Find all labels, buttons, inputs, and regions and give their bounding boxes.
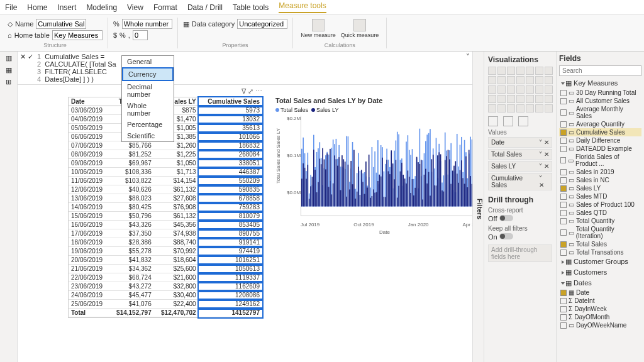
- format-option[interactable]: Decimal number: [122, 81, 174, 100]
- field-checkbox[interactable]: [560, 194, 567, 200]
- field-item[interactable]: ▭All Customer Sales: [559, 97, 641, 105]
- viz-type-icon[interactable]: [535, 67, 543, 75]
- field-checkbox[interactable]: [560, 98, 567, 104]
- name-input[interactable]: [36, 19, 86, 29]
- viz-type-icon[interactable]: [535, 76, 543, 84]
- field-table[interactable]: ▦ Customers: [559, 267, 641, 278]
- viz-type-icon[interactable]: [516, 95, 525, 103]
- viz-type-icon[interactable]: [516, 85, 525, 94]
- ribbon-tab[interactable]: Measure tools: [279, 1, 326, 13]
- field-checkbox[interactable]: [560, 157, 566, 163]
- model-view-icon[interactable]: ⊞: [0, 78, 17, 86]
- viz-type-icon[interactable]: [488, 95, 496, 103]
- field-checkbox[interactable]: [560, 177, 567, 184]
- field-item[interactable]: ▭DayOfWeekName: [559, 321, 641, 329]
- field-table[interactable]: ▦ Dates: [559, 278, 641, 288]
- viz-type-icon[interactable]: [497, 95, 506, 103]
- field-item[interactable]: ▭Average Monthly Sales: [559, 105, 641, 120]
- field-item[interactable]: ΣDateInt: [559, 297, 641, 305]
- viz-type-icon[interactable]: [545, 67, 553, 75]
- comma-icon[interactable]: ,: [128, 31, 130, 39]
- ribbon-tab[interactable]: Format: [153, 3, 177, 12]
- viz-type-icon[interactable]: [507, 95, 515, 103]
- viz-type-icon[interactable]: [526, 67, 534, 75]
- viz-gallery[interactable]: [488, 67, 552, 112]
- field-item[interactable]: ΣDayOfMonth: [559, 313, 641, 321]
- viz-type-icon[interactable]: [545, 95, 553, 103]
- field-checkbox[interactable]: [560, 169, 567, 175]
- field-checkbox[interactable]: [560, 229, 567, 236]
- field-item[interactable]: ▭Sales LY: [559, 184, 641, 192]
- field-checkbox[interactable]: [560, 129, 567, 136]
- format-option[interactable]: General: [122, 56, 174, 67]
- field-well-item[interactable]: Date˅ ✕: [488, 137, 552, 148]
- viz-type-icon[interactable]: [516, 67, 525, 75]
- ribbon-tab[interactable]: Data / Drill: [187, 3, 223, 12]
- viz-type-icon[interactable]: [497, 76, 506, 84]
- viz-type-icon[interactable]: [488, 76, 496, 84]
- decimals-input[interactable]: [133, 30, 148, 40]
- field-item[interactable]: ΣDayInWeek: [559, 305, 641, 313]
- field-checkbox[interactable]: [560, 298, 567, 304]
- viz-type-icon[interactable]: [488, 104, 496, 112]
- ribbon-tab[interactable]: Home: [27, 3, 47, 12]
- data-view-icon[interactable]: ▦: [0, 66, 17, 74]
- viz-type-icon[interactable]: [497, 67, 506, 75]
- ribbon-tab[interactable]: Modeling: [86, 3, 117, 12]
- field-item[interactable]: ▦Date: [559, 288, 641, 297]
- field-table[interactable]: ▦ Key Measures: [559, 78, 641, 89]
- field-item[interactable]: ▭Sales in 2019: [559, 168, 641, 176]
- viz-type-icon[interactable]: [535, 104, 543, 112]
- viz-type-icon[interactable]: [507, 85, 515, 94]
- formula-bar[interactable]: ✕ ✓ 1234 Cumulative Sales =CALCULATE( [T…: [18, 52, 472, 85]
- field-item[interactable]: ▭Sales of Product 100: [559, 200, 641, 209]
- ribbon-tab[interactable]: Table tools: [233, 3, 269, 12]
- viz-type-icon[interactable]: [535, 95, 543, 103]
- currency-icon[interactable]: $: [113, 31, 117, 39]
- field-checkbox[interactable]: [560, 322, 567, 329]
- viz-type-icon[interactable]: [488, 67, 496, 75]
- field-item[interactable]: ▭30 Day Running Total: [559, 89, 641, 97]
- data-category-select[interactable]: [237, 19, 287, 29]
- field-checkbox[interactable]: [560, 314, 567, 321]
- viz-type-icon[interactable]: [516, 104, 525, 112]
- percent-icon[interactable]: %: [119, 31, 126, 39]
- field-checkbox[interactable]: [560, 241, 567, 248]
- ribbon-tab[interactable]: File: [5, 3, 17, 12]
- field-item[interactable]: ▭Sales MTD: [559, 192, 641, 200]
- ribbon-tab[interactable]: View: [127, 3, 143, 12]
- viz-type-icon[interactable]: [497, 85, 506, 94]
- viz-type-icon[interactable]: [526, 104, 534, 112]
- field-well-item[interactable]: Total Sales˅ ✕: [488, 149, 552, 160]
- viz-type-icon[interactable]: [526, 76, 534, 84]
- drill-through-drop[interactable]: Add drill-through fields here: [488, 244, 552, 262]
- field-item[interactable]: ▭Average Quantity: [559, 120, 641, 128]
- report-view-icon[interactable]: ▥: [0, 54, 17, 62]
- field-item[interactable]: ▭Sales QTD: [559, 209, 641, 217]
- viz-type-icon[interactable]: [507, 104, 515, 112]
- viz-type-icon[interactable]: [488, 85, 496, 94]
- viz-type-icon[interactable]: [545, 104, 553, 112]
- viz-type-icon[interactable]: [545, 76, 553, 84]
- field-checkbox[interactable]: [560, 210, 567, 216]
- viz-type-icon[interactable]: [545, 85, 553, 94]
- field-well-item[interactable]: Sales LY˅ ✕: [488, 161, 552, 172]
- quick-measure-button[interactable]: Quick measure: [338, 19, 382, 38]
- field-well-item[interactable]: Cumulative Sales˅ ✕: [488, 173, 552, 190]
- visual-header[interactable]: ∇ ⤢ ⋯: [242, 87, 262, 96]
- field-checkbox[interactable]: [560, 218, 567, 224]
- home-table-input[interactable]: [52, 30, 103, 40]
- field-table[interactable]: ▦ Customer Groups: [559, 256, 641, 267]
- field-checkbox[interactable]: [560, 202, 567, 208]
- field-checkbox[interactable]: [560, 90, 567, 96]
- table-header[interactable]: Cumulative Sales: [199, 97, 262, 106]
- field-item[interactable]: ▭Daily Difference: [559, 136, 641, 145]
- viz-type-icon[interactable]: [507, 76, 515, 84]
- field-item[interactable]: ▭DATEADD Example: [559, 145, 641, 153]
- chart-visual[interactable]: Total Sales and Sales LY by Date Total S…: [275, 97, 472, 229]
- fields-search-input[interactable]: [559, 65, 641, 76]
- viz-field-format-tabs[interactable]: [488, 116, 552, 126]
- keep-filters-toggle[interactable]: [499, 233, 513, 239]
- field-checkbox[interactable]: [560, 290, 567, 296]
- field-item[interactable]: ▭Total Sales: [559, 240, 641, 248]
